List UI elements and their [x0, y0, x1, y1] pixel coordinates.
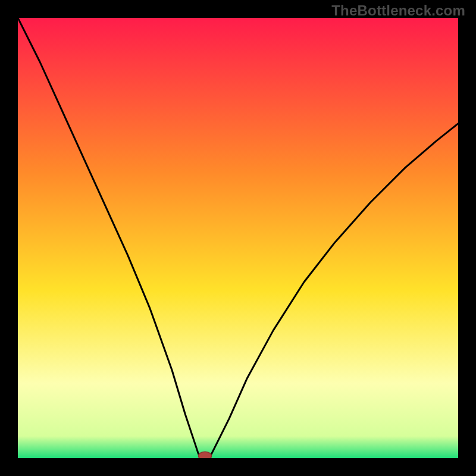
plot-area: [18, 18, 458, 458]
chart-svg: [18, 18, 458, 458]
watermark-text: TheBottleneck.com: [331, 2, 465, 19]
gradient-background: [18, 18, 458, 458]
chart-frame: TheBottleneck.com: [0, 0, 476, 476]
optimal-point-marker: [199, 452, 212, 458]
